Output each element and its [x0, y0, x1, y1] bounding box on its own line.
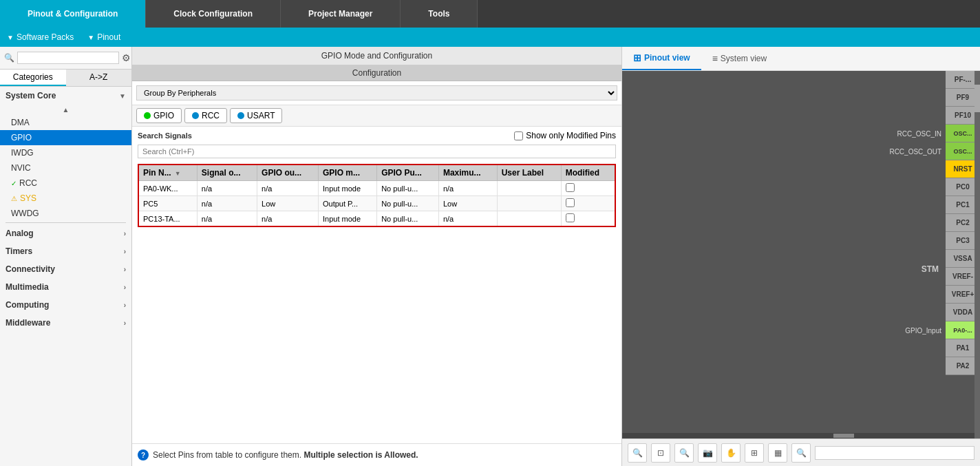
cell-pin-name: PC5 [138, 196, 197, 211]
sidebar-item-sys[interactable]: ⚠ SYS [0, 191, 131, 206]
hand-icon: ✋ [726, 448, 736, 458]
pin-row: NRST [880, 160, 980, 178]
ptab-rcc[interactable]: RCC [184, 108, 227, 123]
col-signal-on[interactable]: Signal o... [197, 165, 257, 181]
sidebar-category-timers[interactable]: Timers › [0, 242, 131, 260]
ptab-gpio[interactable]: GPIO [136, 108, 182, 123]
col-modified[interactable]: Modified [561, 165, 615, 181]
signal-search-input[interactable] [138, 145, 616, 158]
cell-maximum: Low [438, 196, 497, 211]
table-header-row: Pin N... ▼ Signal o... GPIO ou... GPIO m… [138, 165, 615, 181]
check-icon: ✓ [11, 180, 17, 187]
chevron-right-icon: › [124, 319, 126, 327]
tab-categories[interactable]: Categories [0, 70, 66, 86]
pin-label: RCC_OSC_OUT [880, 148, 941, 156]
settings-icon[interactable]: ⚙ [122, 51, 131, 65]
subnav-pinout[interactable]: ▼ Pinout [87, 32, 120, 42]
pan-button[interactable]: ✋ [721, 443, 741, 463]
sidebar-item-rcc[interactable]: ✓ RCC [0, 176, 131, 191]
vertical-scrollbar[interactable] [974, 71, 980, 438]
system-core-items: DMA GPIO IWDG NVIC ✓ RCC ⚠ SYS WWDG [0, 115, 131, 221]
sidebar-category-analog[interactable]: Analog › [0, 224, 131, 242]
col-gpio-pull[interactable]: GPIO Pu... [377, 165, 439, 181]
table-row[interactable]: PA0-WK... n/a n/a Input mode No pull-u..… [138, 181, 615, 196]
collapse-button[interactable]: ▲ [0, 105, 131, 115]
tab-system-view[interactable]: ≡ System view [701, 47, 778, 70]
warning-icon: ⚠ [11, 195, 17, 202]
bottom-scrollbar[interactable] [622, 433, 974, 438]
chevron-down-icon: ▼ [119, 92, 126, 100]
pinout-view-icon: ⊞ [633, 52, 641, 63]
cell-gpio-pull: No pull-u... [377, 211, 439, 227]
search-signals-label: Search Signals [138, 131, 192, 140]
scrollbar-thumb[interactable] [974, 85, 980, 112]
search-signals-row: Search Signals Show only Modified Pins [132, 127, 621, 145]
col-user-label[interactable]: User Label [497, 165, 561, 181]
pin-row: PC2 [880, 214, 980, 232]
cell-gpio-out: n/a [257, 181, 319, 196]
group-by-select[interactable]: Group By Peripherals [136, 85, 617, 100]
modified-checkbox[interactable] [566, 198, 575, 207]
cell-user-label [497, 211, 561, 227]
sidebar-category-connectivity[interactable]: Connectivity › [0, 260, 131, 278]
search-icon: 🔍 [796, 448, 807, 458]
layout-button[interactable]: ▦ [768, 443, 787, 463]
chevron-right-icon: › [124, 248, 126, 255]
pin-row: VSSA [880, 250, 980, 268]
sidebar-category-system-core[interactable]: System Core ▼ [0, 87, 131, 105]
ptab-usart[interactable]: USART [230, 108, 282, 123]
right-panel: ⊞ Pinout view ≡ System view STM PF-... [622, 47, 980, 466]
pin-row: VREF+ [880, 286, 980, 304]
table-row[interactable]: PC13-TA... n/a n/a Input mode No pull-u.… [138, 211, 615, 227]
tab-project-manager[interactable]: Project Manager [281, 0, 401, 28]
col-maximum[interactable]: Maximu... [438, 165, 497, 181]
tab-pinout-configuration[interactable]: Pinout & Configuration [0, 0, 146, 28]
col-gpio-mode[interactable]: GPIO m... [318, 165, 376, 181]
group-by-row: Group By Peripherals [132, 81, 621, 105]
show-modified-label: Show only Modified Pins [526, 131, 616, 140]
subnav-software-packs[interactable]: ▼ Software Packs [7, 32, 74, 42]
sidebar-item-nvic[interactable]: NVIC [0, 160, 131, 176]
pin-row: VREF- [880, 268, 980, 286]
sidebar-item-iwdg[interactable]: IWDG [0, 145, 131, 160]
tab-az[interactable]: A->Z [66, 70, 132, 86]
cell-gpio-mode: Output P... [318, 196, 376, 211]
sidebar-view-tabs: Categories A->Z [0, 70, 131, 87]
chevron-right-icon: › [124, 284, 126, 291]
zoom-in-button[interactable]: 🔍 [628, 443, 647, 463]
col-gpio-out[interactable]: GPIO ou... [257, 165, 319, 181]
sidebar-category-multimedia[interactable]: Multimedia › [0, 278, 131, 296]
show-modified-row: Show only Modified Pins [514, 131, 616, 140]
tab-tools[interactable]: Tools [401, 0, 478, 28]
tab-clock-configuration[interactable]: Clock Configuration [146, 0, 281, 28]
sidebar-category-computing[interactable]: Computing › [0, 296, 131, 314]
horizontal-scrollbar-thumb[interactable] [833, 434, 854, 438]
pin-row: GPIO_Input PA0-... [880, 321, 980, 339]
table-row[interactable]: PC5 n/a Low Output P... No pull-u... Low [138, 196, 615, 211]
chevron-right-icon: › [124, 230, 126, 237]
search-button[interactable]: 🔍 [791, 443, 811, 463]
zoom-out-button[interactable]: 🔍 [674, 443, 694, 463]
cell-gpio-pull: No pull-u... [377, 181, 439, 196]
cell-signal-on: n/a [197, 211, 257, 227]
show-modified-checkbox[interactable] [514, 131, 523, 140]
peripheral-tabs: GPIO RCC USART [132, 105, 621, 127]
screenshot-button[interactable]: 📷 [698, 443, 717, 463]
modified-checkbox[interactable] [566, 183, 575, 192]
fit-view-button[interactable]: ⊡ [651, 443, 670, 463]
pin-row: PF10 [880, 107, 980, 125]
grid-button[interactable]: ⊞ [745, 443, 764, 463]
dot-icon [144, 112, 151, 119]
sidebar-item-dma[interactable]: DMA [0, 115, 131, 130]
toolbar-search-input[interactable] [815, 446, 974, 460]
sidebar-search-input[interactable] [17, 52, 119, 64]
col-pin-name[interactable]: Pin N... ▼ [138, 165, 197, 181]
tab-pinout-view[interactable]: ⊞ Pinout view [622, 47, 701, 70]
sidebar-category-middleware[interactable]: Middleware › [0, 314, 131, 332]
sidebar-item-wwdg[interactable]: WWDG [0, 206, 131, 221]
cell-gpio-out: Low [257, 196, 319, 211]
pin-row: PC1 [880, 196, 980, 214]
cell-pin-name: PA0-WK... [138, 181, 197, 196]
modified-checkbox[interactable] [566, 213, 575, 222]
sidebar-item-gpio[interactable]: GPIO [0, 130, 131, 145]
